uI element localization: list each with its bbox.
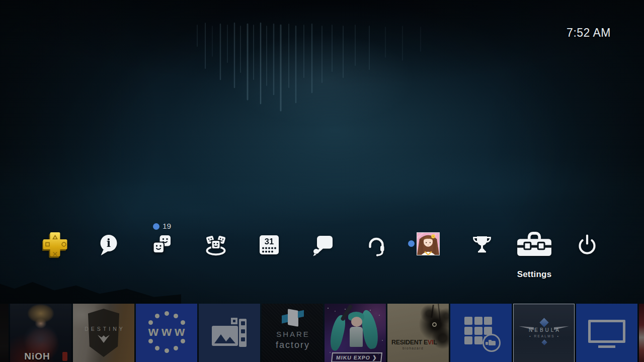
- events-calendar-icon: 31: [258, 234, 280, 256]
- browser-dot: [165, 348, 169, 353]
- new-notification-dot: [153, 223, 159, 230]
- tile-destiny[interactable]: DESTINY: [73, 304, 134, 362]
- destiny-shield-art: [85, 309, 122, 357]
- trophies-icon: [471, 234, 493, 256]
- browser-dot: [174, 314, 178, 318]
- tile-nebula-realms[interactable]: NEBULA • REALMS •: [513, 304, 575, 362]
- function-item-party-chat[interactable]: [354, 227, 399, 262]
- tile-library[interactable]: [450, 304, 512, 362]
- re7-title: RESIDENT EVIL: [391, 339, 437, 346]
- avatar-art: [417, 233, 439, 255]
- power-icon: [576, 233, 598, 256]
- function-item-ps-plus[interactable]: [33, 227, 78, 262]
- content-row: NiOH DESTINY www: [0, 304, 644, 362]
- tile-sharefactory[interactable]: SHARE factory: [262, 304, 323, 362]
- nebula-subtitle: • REALMS •: [514, 334, 574, 338]
- miku-expo-logo: MIKU EXPO ❯: [331, 352, 382, 362]
- tile-partial-right[interactable]: [639, 304, 644, 362]
- browser-www-label: www: [136, 324, 197, 339]
- ps-plus-icon: [42, 231, 68, 259]
- browser-dot: [148, 339, 153, 343]
- function-item-events[interactable]: 31: [247, 227, 292, 262]
- tile-tv-video[interactable]: [576, 304, 637, 362]
- browser-dot: [181, 339, 185, 343]
- party-icon: [203, 233, 228, 256]
- svg-text:i: i: [107, 236, 111, 249]
- tv-stand-icon: [598, 345, 615, 348]
- browser-dot: [165, 311, 169, 316]
- tile-capture-gallery[interactable]: [199, 304, 260, 362]
- function-item-messages[interactable]: [300, 227, 345, 262]
- function-item-power[interactable]: [565, 227, 610, 262]
- messages-icon: [311, 233, 334, 256]
- capture-gallery-photo-icon: [212, 326, 238, 346]
- re7-eye-art: [432, 322, 437, 327]
- clock: 7:52 AM: [567, 26, 611, 40]
- sharefactory-title-bottom: factory: [262, 340, 323, 350]
- miku-face-art: [351, 317, 362, 327]
- nebula-crystal: [539, 318, 548, 327]
- tile-resident-evil-7[interactable]: RESIDENT EVIL biohazard: [387, 304, 449, 362]
- svg-text:31: 31: [265, 237, 274, 246]
- miku-body-art: [350, 327, 363, 347]
- nioh-title: NiOH: [10, 351, 64, 362]
- party-chat-headset-icon: [365, 233, 387, 256]
- destiny-tricorn-icon: [98, 335, 110, 343]
- settings-toolbox-icon: [516, 231, 553, 259]
- ps4-home-screen: 7:52 AM i: [0, 0, 644, 362]
- tile-partial-left[interactable]: [0, 304, 9, 362]
- friends-badge: 19: [153, 222, 171, 231]
- destiny-title: DESTINY: [73, 326, 134, 332]
- function-item-party[interactable]: [193, 227, 238, 262]
- selected-function-label: Settings: [504, 269, 565, 280]
- function-item-trophies[interactable]: [459, 227, 505, 262]
- capture-gallery-square: [231, 318, 237, 324]
- friends-badge-count: 19: [163, 222, 171, 231]
- online-status-dot: [408, 240, 415, 247]
- browser-dot: [155, 346, 159, 350]
- tile-miku-expo[interactable]: MIKU EXPO ❯: [325, 304, 386, 362]
- function-item-friends[interactable]: [139, 227, 185, 262]
- browser-dot: [174, 346, 178, 350]
- notifications-icon: i: [98, 233, 120, 256]
- sharefactory-title-top: SHARE: [262, 330, 323, 338]
- library-disc-badge: [482, 334, 501, 352]
- sharefactory-ribbon-logo: [282, 310, 304, 326]
- browser-dot: [155, 314, 159, 318]
- capture-gallery-filmstrip: [239, 319, 247, 347]
- nioh-red-mark: [62, 352, 67, 361]
- tv-screen-icon: [588, 320, 625, 343]
- nebula-title: NEBULA: [514, 327, 574, 333]
- miku-stars-art: [328, 308, 329, 309]
- tile-internet-browser[interactable]: www: [136, 304, 197, 362]
- tile-nioh[interactable]: NiOH: [10, 304, 71, 362]
- profile-avatar[interactable]: [417, 232, 440, 255]
- friends-icon: [151, 234, 173, 256]
- function-item-notifications[interactable]: i: [86, 227, 131, 262]
- function-item-settings[interactable]: [512, 227, 557, 262]
- re7-subtitle: biohazard: [391, 346, 435, 350]
- nebula-crystal-small: [541, 339, 547, 345]
